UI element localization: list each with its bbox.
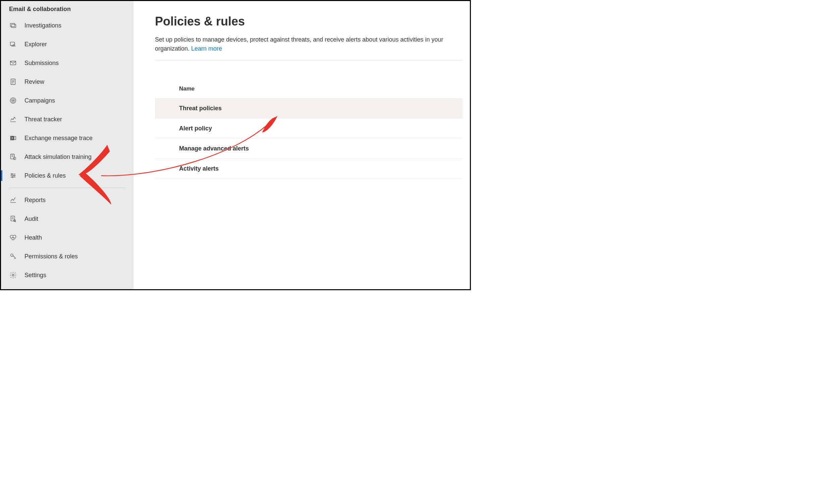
list-row-activity-alerts[interactable]: Activity alerts	[155, 159, 462, 179]
page-description: Set up policies to manage devices, prote…	[155, 35, 462, 60]
attack-simulation-icon	[9, 153, 17, 161]
sidebar-item-label: Submissions	[24, 60, 59, 67]
svg-point-14	[12, 177, 13, 178]
campaigns-icon	[9, 97, 17, 105]
svg-rect-9	[14, 136, 16, 139]
sidebar-item-exchange-message-trace[interactable]: Exchange message trace	[1, 129, 133, 147]
svg-rect-1	[11, 24, 16, 27]
list-row-label: Manage advanced alerts	[179, 145, 249, 152]
svg-point-17	[11, 254, 13, 256]
policies-list: Name Threat policies Alert policy Manage…	[155, 85, 462, 179]
sidebar-item-label: Reports	[24, 197, 46, 204]
sidebar-item-label: Threat tracker	[24, 116, 62, 123]
sidebar-item-health[interactable]: Health	[1, 228, 133, 247]
threat-tracker-icon	[9, 115, 17, 123]
svg-point-7	[13, 100, 14, 101]
main-content: Policies & rules Set up policies to mana…	[133, 1, 470, 289]
sidebar-item-settings[interactable]: Settings	[1, 266, 133, 285]
permissions-icon	[9, 252, 17, 260]
sidebar-item-reports[interactable]: Reports	[1, 191, 133, 209]
sidebar-item-label: Explorer	[24, 41, 47, 48]
sidebar: Email & collaboration Investigations Exp…	[1, 1, 133, 289]
sidebar-divider	[9, 188, 125, 188]
svg-rect-2	[10, 42, 15, 46]
sidebar-item-threat-tracker[interactable]: Threat tracker	[1, 110, 133, 129]
svg-point-11	[13, 157, 16, 160]
list-row-alert-policy[interactable]: Alert policy	[155, 118, 462, 138]
sidebar-item-label: Policies & rules	[24, 172, 66, 179]
svg-point-18	[12, 274, 14, 276]
policies-rules-icon	[9, 172, 17, 180]
health-icon	[9, 234, 17, 242]
sidebar-item-investigations[interactable]: Investigations	[1, 16, 133, 35]
reports-icon	[9, 196, 17, 204]
svg-point-13	[14, 175, 15, 176]
list-row-manage-advanced-alerts[interactable]: Manage advanced alerts	[155, 138, 462, 159]
sidebar-item-label: Exchange message trace	[24, 135, 93, 142]
sidebar-item-audit[interactable]: Audit	[1, 209, 133, 228]
sidebar-item-label: Attack simulation training	[24, 153, 92, 161]
list-row-label: Threat policies	[179, 105, 222, 112]
sidebar-section-title: Email & collaboration	[1, 6, 133, 16]
sidebar-item-policies-rules[interactable]: Policies & rules	[1, 166, 133, 185]
list-row-label: Activity alerts	[179, 165, 219, 172]
settings-icon	[9, 271, 17, 279]
sidebar-item-label: Permissions & roles	[24, 253, 78, 260]
sidebar-item-submissions[interactable]: Submissions	[1, 54, 133, 72]
column-header-name[interactable]: Name	[155, 85, 462, 98]
page-title: Policies & rules	[155, 14, 462, 28]
sidebar-item-review[interactable]: Review	[1, 72, 133, 91]
svg-rect-0	[10, 23, 15, 27]
sidebar-item-label: Audit	[24, 215, 38, 223]
list-row-label: Alert policy	[179, 125, 212, 132]
app-frame: Email & collaboration Investigations Exp…	[0, 0, 471, 290]
svg-point-12	[11, 174, 13, 175]
sidebar-item-label: Health	[24, 234, 42, 241]
sidebar-item-label: Settings	[24, 272, 46, 279]
svg-rect-8	[10, 136, 14, 140]
sidebar-item-label: Campaigns	[24, 97, 55, 104]
sidebar-item-attack-simulation-training[interactable]: Attack simulation training	[1, 147, 133, 166]
review-icon	[9, 78, 17, 86]
sidebar-item-campaigns[interactable]: Campaigns	[1, 91, 133, 110]
exchange-icon	[9, 134, 17, 142]
investigations-icon	[9, 21, 17, 29]
learn-more-link[interactable]: Learn more	[191, 45, 222, 52]
list-row-threat-policies[interactable]: Threat policies	[155, 98, 462, 118]
audit-icon	[9, 215, 17, 223]
sidebar-item-permissions-roles[interactable]: Permissions & roles	[1, 247, 133, 266]
explorer-icon	[9, 40, 17, 48]
sidebar-item-label: Review	[24, 78, 44, 85]
sidebar-item-label: Investigations	[24, 22, 61, 29]
svg-rect-3	[10, 61, 16, 65]
submissions-icon	[9, 59, 17, 67]
sidebar-item-explorer[interactable]: Explorer	[1, 35, 133, 54]
